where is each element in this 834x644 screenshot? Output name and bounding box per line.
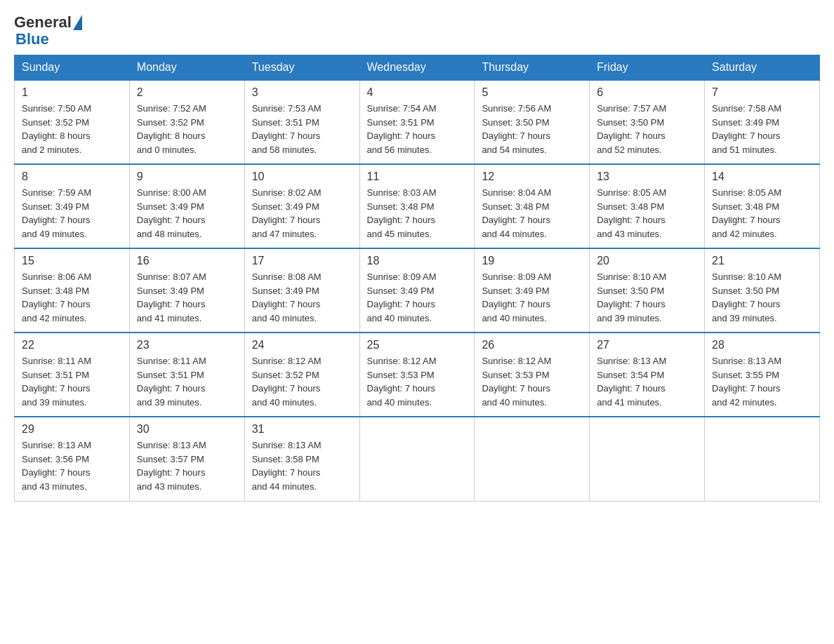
day-number: 25: [367, 339, 468, 351]
day-number: 17: [252, 255, 352, 267]
day-info: Sunrise: 7:54 AMSunset: 3:51 PMDaylight:…: [367, 102, 468, 156]
day-number: 7: [712, 86, 812, 99]
week-row-3: 15Sunrise: 8:06 AMSunset: 3:48 PMDayligh…: [15, 248, 820, 333]
day-info: Sunrise: 8:12 AMSunset: 3:53 PMDaylight:…: [482, 354, 582, 409]
day-info: Sunrise: 8:08 AMSunset: 3:49 PMDaylight:…: [252, 270, 352, 325]
day-number: 26: [482, 339, 582, 351]
calendar-cell: [590, 417, 705, 501]
calendar-cell: 3Sunrise: 7:53 AMSunset: 3:51 PMDaylight…: [244, 80, 359, 164]
header-cell-sunday: Sunday: [15, 55, 130, 81]
calendar-cell: 8Sunrise: 7:59 AMSunset: 3:49 PMDaylight…: [15, 164, 130, 248]
calendar-cell: 22Sunrise: 8:11 AMSunset: 3:51 PMDayligh…: [15, 333, 130, 417]
day-number: 5: [482, 86, 582, 99]
calendar-cell: 30Sunrise: 8:13 AMSunset: 3:57 PMDayligh…: [129, 417, 244, 501]
day-info: Sunrise: 7:58 AMSunset: 3:49 PMDaylight:…: [712, 102, 812, 156]
day-info: Sunrise: 8:10 AMSunset: 3:50 PMDaylight:…: [712, 270, 812, 325]
calendar-cell: 31Sunrise: 8:13 AMSunset: 3:58 PMDayligh…: [244, 417, 359, 501]
day-info: Sunrise: 8:07 AMSunset: 3:49 PMDaylight:…: [137, 270, 237, 325]
calendar-cell: 6Sunrise: 7:57 AMSunset: 3:50 PMDaylight…: [590, 80, 705, 164]
calendar-cell: [475, 417, 590, 501]
day-number: 27: [597, 339, 697, 351]
day-number: 10: [252, 170, 352, 183]
calendar-cell: 28Sunrise: 8:13 AMSunset: 3:55 PMDayligh…: [705, 333, 820, 417]
day-number: 2: [137, 86, 237, 99]
day-info: Sunrise: 8:13 AMSunset: 3:56 PMDaylight:…: [22, 438, 122, 493]
day-info: Sunrise: 8:04 AMSunset: 3:48 PMDaylight:…: [482, 186, 582, 241]
day-info: Sunrise: 7:52 AMSunset: 3:52 PMDaylight:…: [137, 102, 237, 156]
day-number: 19: [482, 255, 582, 267]
calendar-cell: 20Sunrise: 8:10 AMSunset: 3:50 PMDayligh…: [590, 248, 705, 333]
calendar-cell: 12Sunrise: 8:04 AMSunset: 3:48 PMDayligh…: [475, 164, 590, 248]
day-info: Sunrise: 8:03 AMSunset: 3:48 PMDaylight:…: [367, 186, 468, 241]
calendar-cell: 23Sunrise: 8:11 AMSunset: 3:51 PMDayligh…: [129, 333, 244, 417]
day-number: 28: [712, 339, 812, 351]
day-number: 16: [137, 255, 237, 267]
day-number: 15: [22, 255, 122, 267]
day-number: 20: [597, 255, 697, 267]
logo-triangle-icon: [73, 15, 82, 30]
calendar-cell: 9Sunrise: 8:00 AMSunset: 3:49 PMDaylight…: [129, 164, 244, 248]
calendar-cell: 14Sunrise: 8:05 AMSunset: 3:48 PMDayligh…: [705, 164, 820, 248]
day-info: Sunrise: 8:00 AMSunset: 3:49 PMDaylight:…: [137, 186, 237, 241]
calendar-cell: 18Sunrise: 8:09 AMSunset: 3:49 PMDayligh…: [359, 248, 475, 333]
day-info: Sunrise: 8:02 AMSunset: 3:49 PMDaylight:…: [252, 186, 352, 241]
header-cell-friday: Friday: [590, 55, 705, 81]
day-info: Sunrise: 7:53 AMSunset: 3:51 PMDaylight:…: [252, 102, 352, 156]
header-cell-wednesday: Wednesday: [359, 55, 475, 81]
day-number: 13: [597, 170, 697, 183]
week-row-1: 1Sunrise: 7:50 AMSunset: 3:52 PMDaylight…: [15, 80, 820, 164]
day-info: Sunrise: 8:13 AMSunset: 3:57 PMDaylight:…: [137, 438, 237, 493]
day-info: Sunrise: 8:13 AMSunset: 3:55 PMDaylight:…: [712, 354, 812, 409]
calendar-cell: 27Sunrise: 8:13 AMSunset: 3:54 PMDayligh…: [590, 333, 705, 417]
header-cell-thursday: Thursday: [475, 55, 590, 81]
week-row-4: 22Sunrise: 8:11 AMSunset: 3:51 PMDayligh…: [15, 333, 820, 417]
calendar-cell: 21Sunrise: 8:10 AMSunset: 3:50 PMDayligh…: [705, 248, 820, 333]
day-number: 4: [367, 86, 468, 99]
day-number: 18: [367, 255, 468, 267]
day-info: Sunrise: 8:13 AMSunset: 3:58 PMDaylight:…: [252, 438, 352, 493]
day-number: 12: [482, 170, 582, 183]
day-number: 21: [712, 255, 812, 267]
calendar-cell: 13Sunrise: 8:05 AMSunset: 3:48 PMDayligh…: [590, 164, 705, 248]
day-info: Sunrise: 8:10 AMSunset: 3:50 PMDaylight:…: [597, 270, 697, 325]
calendar-cell: 5Sunrise: 7:56 AMSunset: 3:50 PMDaylight…: [475, 80, 590, 164]
calendar-table: SundayMondayTuesdayWednesdayThursdayFrid…: [14, 55, 820, 502]
day-number: 3: [252, 86, 352, 99]
day-number: 29: [22, 423, 122, 436]
day-number: 6: [597, 86, 697, 99]
logo: General Blue: [14, 14, 82, 48]
header-cell-saturday: Saturday: [705, 55, 820, 81]
header-cell-tuesday: Tuesday: [244, 55, 359, 81]
calendar-cell: 2Sunrise: 7:52 AMSunset: 3:52 PMDaylight…: [129, 80, 244, 164]
day-number: 22: [22, 339, 122, 351]
day-info: Sunrise: 7:57 AMSunset: 3:50 PMDaylight:…: [597, 102, 697, 156]
day-number: 23: [137, 339, 237, 351]
day-info: Sunrise: 8:09 AMSunset: 3:49 PMDaylight:…: [482, 270, 582, 325]
day-number: 1: [22, 86, 122, 99]
day-info: Sunrise: 8:05 AMSunset: 3:48 PMDaylight:…: [712, 186, 812, 241]
calendar-cell: 25Sunrise: 8:12 AMSunset: 3:53 PMDayligh…: [359, 333, 475, 417]
calendar-cell: 24Sunrise: 8:12 AMSunset: 3:52 PMDayligh…: [244, 333, 359, 417]
day-info: Sunrise: 8:11 AMSunset: 3:51 PMDaylight:…: [137, 354, 237, 409]
calendar-cell: 26Sunrise: 8:12 AMSunset: 3:53 PMDayligh…: [475, 333, 590, 417]
day-info: Sunrise: 8:12 AMSunset: 3:53 PMDaylight:…: [367, 354, 468, 409]
calendar-cell: 1Sunrise: 7:50 AMSunset: 3:52 PMDaylight…: [15, 80, 130, 164]
calendar-cell: [705, 417, 820, 501]
week-row-5: 29Sunrise: 8:13 AMSunset: 3:56 PMDayligh…: [15, 417, 820, 501]
day-info: Sunrise: 8:06 AMSunset: 3:48 PMDaylight:…: [22, 270, 122, 325]
header-cell-monday: Monday: [129, 55, 244, 81]
calendar-cell: 10Sunrise: 8:02 AMSunset: 3:49 PMDayligh…: [244, 164, 359, 248]
calendar-cell: 29Sunrise: 8:13 AMSunset: 3:56 PMDayligh…: [15, 417, 130, 501]
day-info: Sunrise: 8:05 AMSunset: 3:48 PMDaylight:…: [597, 186, 697, 241]
day-info: Sunrise: 7:59 AMSunset: 3:49 PMDaylight:…: [22, 186, 122, 241]
day-number: 8: [22, 170, 122, 183]
page-header: General Blue: [14, 14, 820, 48]
day-number: 11: [367, 170, 468, 183]
day-number: 9: [137, 170, 237, 183]
calendar-cell: [359, 417, 475, 501]
day-info: Sunrise: 8:12 AMSunset: 3:52 PMDaylight:…: [252, 354, 352, 409]
day-number: 31: [252, 423, 352, 436]
day-info: Sunrise: 8:09 AMSunset: 3:49 PMDaylight:…: [367, 270, 468, 325]
calendar-cell: 4Sunrise: 7:54 AMSunset: 3:51 PMDaylight…: [359, 80, 475, 164]
calendar-cell: 16Sunrise: 8:07 AMSunset: 3:49 PMDayligh…: [129, 248, 244, 333]
